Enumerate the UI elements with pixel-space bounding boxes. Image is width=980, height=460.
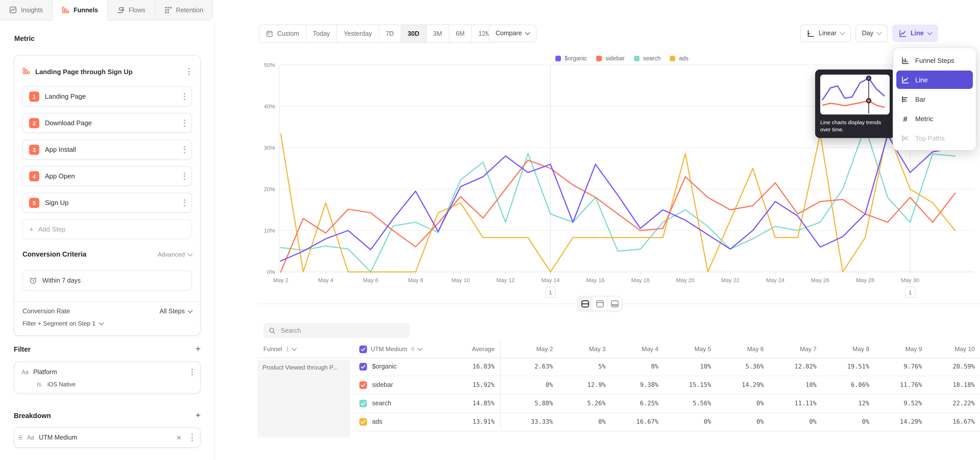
range-30d[interactable]: 30D xyxy=(401,25,426,42)
funnel-step-2[interactable]: 2Download Page xyxy=(22,113,192,133)
table-view-toggle[interactable] xyxy=(592,296,607,311)
svg-text:May 22: May 22 xyxy=(721,277,740,283)
step-menu-button[interactable] xyxy=(182,144,187,155)
add-step-button[interactable]: + Add Step xyxy=(22,219,192,239)
menu-item-bar[interactable]: Bar xyxy=(896,90,973,109)
row-value: 2.63% xyxy=(500,358,553,376)
chart-type-tooltip: Line charts display trends over time. xyxy=(815,70,895,138)
row-value: 9.76% xyxy=(869,358,922,376)
funnel-steps-icon xyxy=(901,56,909,64)
step-menu-button[interactable] xyxy=(182,171,187,182)
conversion-rate-dropdown[interactable]: All Steps xyxy=(159,308,192,315)
table-row-ads[interactable]: ads13.91%33.33%0%16.67%0%0%0%0%14.29%16.… xyxy=(257,413,980,431)
menu-item-metric[interactable]: #Metric xyxy=(896,109,973,128)
svg-text:10%: 10% xyxy=(264,227,275,234)
day-header-may-2[interactable]: May 2 xyxy=(500,340,553,358)
step-label: Sign Up xyxy=(45,199,176,206)
remove-breakdown-icon[interactable]: ✕ xyxy=(173,433,185,442)
range-today[interactable]: Today xyxy=(306,25,337,42)
conversion-window-button[interactable]: Within 7 days xyxy=(22,270,192,291)
tab-flows[interactable]: Flows xyxy=(108,0,155,21)
step-number-badge: 4 xyxy=(29,171,39,181)
step-menu-button[interactable] xyxy=(182,117,187,129)
filter-card[interactable]: Aa Platform Is iOS Native xyxy=(14,361,200,394)
menu-item-line[interactable]: Line xyxy=(896,70,973,89)
filter-operator[interactable]: Is xyxy=(37,381,41,387)
row-checkbox[interactable] xyxy=(360,381,367,389)
funnel-step-1[interactable]: 1Landing Page xyxy=(22,86,192,106)
funnel-step-3[interactable]: 3App Install xyxy=(22,139,192,160)
table-row-search[interactable]: search14.85%5.88%5.26%6.25%5.56%0%11.11%… xyxy=(257,395,980,413)
row-value: 5.88% xyxy=(500,395,553,412)
chevron-down-icon xyxy=(840,30,845,35)
funnel-header[interactable]: Landing Page through Sign Up xyxy=(22,63,192,80)
row-checkbox[interactable] xyxy=(360,363,367,371)
table-search[interactable] xyxy=(263,323,410,338)
filter-value[interactable]: iOS Native xyxy=(48,381,76,387)
tooltip-text: Line charts display trends over time. xyxy=(820,118,890,133)
tab-funnels[interactable]: Funnels xyxy=(52,0,108,21)
advanced-dropdown[interactable]: Advanced xyxy=(158,251,192,258)
day-header-may-10[interactable]: May 10 xyxy=(922,340,975,358)
range-yesterday[interactable]: Yesterday xyxy=(337,25,379,42)
search-input[interactable] xyxy=(280,326,405,334)
funnel-column-header[interactable]: Funnel1 xyxy=(263,340,296,358)
filter-menu-button[interactable] xyxy=(189,366,195,378)
day-header-may-8[interactable]: May 8 xyxy=(817,340,870,358)
funnel-name-cell[interactable]: Product Viewed through P... xyxy=(257,360,350,438)
step-menu-button[interactable] xyxy=(182,91,187,102)
row-value: 0% xyxy=(553,413,606,431)
breakdown-column-header[interactable]: UTM Medium4 xyxy=(360,340,422,358)
range-custom[interactable]: Custom xyxy=(259,25,306,42)
row-value: 0% xyxy=(500,376,553,394)
svg-text:May 4: May 4 xyxy=(318,277,333,283)
filter-segment-toggle[interactable]: Filter + Segment on Step 1 xyxy=(22,320,192,327)
breakdown-menu-button[interactable] xyxy=(189,432,195,443)
select-all-checkbox[interactable] xyxy=(360,345,367,353)
row-checkbox[interactable] xyxy=(360,400,367,407)
menu-item-funnel-steps[interactable]: Funnel Steps xyxy=(896,51,973,70)
funnel-menu-button[interactable] xyxy=(186,66,192,77)
day-header-may-3[interactable]: May 3 xyxy=(553,340,606,358)
day-header-may-5[interactable]: May 5 xyxy=(659,340,711,358)
range-6m[interactable]: 6M xyxy=(449,25,472,42)
legend-item-sidebar[interactable]: sidebar xyxy=(596,55,625,61)
day-header-may-4[interactable]: May 4 xyxy=(606,340,659,358)
average-column-header[interactable]: Average xyxy=(444,340,495,358)
plus-icon: + xyxy=(29,225,34,233)
day-header-may-9[interactable]: May 9 xyxy=(869,340,922,358)
bar-chart-icon xyxy=(901,95,909,103)
chart-view-toggle[interactable] xyxy=(607,296,622,311)
interval-dropdown[interactable]: Day xyxy=(856,24,888,42)
range-7d[interactable]: 7D xyxy=(379,25,401,42)
table-row-organic[interactable]: $organic16.03%2.63%5%8%10%5.36%12.82%19.… xyxy=(257,358,980,376)
funnel-step-4[interactable]: 4App Open xyxy=(22,166,192,186)
breakdown-card[interactable]: Aa UTM Medium ✕ xyxy=(14,427,200,448)
svg-text:May 20: May 20 xyxy=(676,277,694,283)
row-value: 10% xyxy=(764,376,817,394)
compare-button[interactable]: Compare xyxy=(488,24,537,42)
legend-item-ads[interactable]: ads xyxy=(670,55,689,61)
table-row-sidebar[interactable]: sidebar15.92%0%12.9%9.38%15.15%14.29%10%… xyxy=(257,376,980,395)
metric-icon: # xyxy=(901,114,909,123)
day-header-may-6[interactable]: May 6 xyxy=(711,340,764,358)
add-breakdown-button[interactable]: + xyxy=(196,410,200,421)
funnel-step-5[interactable]: 5Sign Up xyxy=(22,193,192,212)
step-menu-button[interactable] xyxy=(182,197,187,208)
chart-type-dropdown[interactable]: Line xyxy=(892,24,938,42)
legend-item-search[interactable]: search xyxy=(634,55,661,61)
scale-dropdown[interactable]: Linear xyxy=(800,24,851,42)
tab-insights[interactable]: Insights xyxy=(0,0,52,21)
day-header-may-7[interactable]: May 7 xyxy=(764,340,817,358)
tab-retention[interactable]: Retention xyxy=(155,0,213,21)
legend-item-organic[interactable]: $organic xyxy=(555,55,587,61)
row-value: 5% xyxy=(553,358,606,376)
add-filter-button[interactable]: + xyxy=(196,344,200,354)
drag-handle-icon[interactable] xyxy=(18,436,22,440)
table-header: Funnel1 UTM Medium4 Average May 2May 3Ma… xyxy=(257,340,980,358)
range-3m[interactable]: 3M xyxy=(426,25,449,42)
split-view-toggle[interactable] xyxy=(578,296,592,311)
flows-icon xyxy=(117,6,124,14)
step-number-badge: 1 xyxy=(29,91,39,101)
row-checkbox[interactable] xyxy=(360,418,367,426)
